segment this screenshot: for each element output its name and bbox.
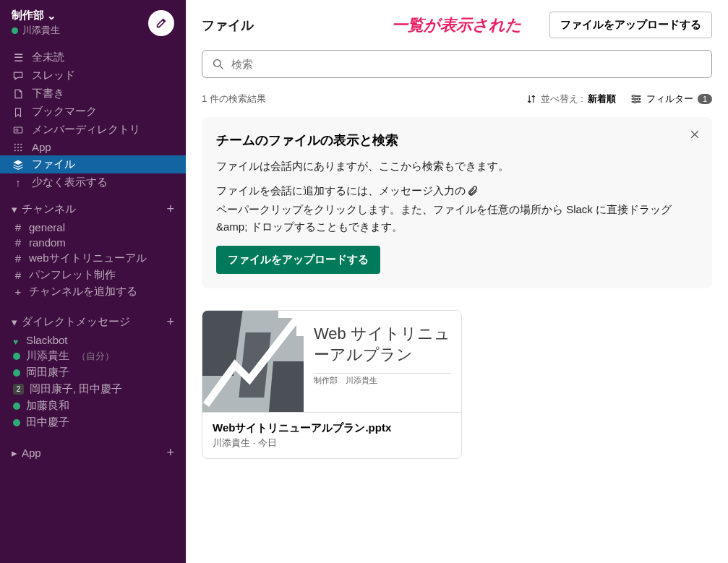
status-dot-icon: [13, 403, 20, 410]
dm-section-header[interactable]: ▾ ダイレクトメッセージ +: [0, 307, 186, 332]
add-dm-icon[interactable]: +: [166, 314, 174, 330]
status-dot-icon: [12, 27, 18, 34]
dm-item[interactable]: 田中慶子: [0, 414, 186, 431]
file-preview: Web サイトリニューアルプラン 制作部 川添貴生: [202, 311, 461, 412]
main-content: ファイル 一覧が表示された ファイルをアップロードする 1 件の検索結果 並べ替…: [186, 0, 728, 563]
svg-point-5: [14, 146, 16, 147]
svg-line-12: [220, 66, 223, 69]
channel-item[interactable]: #random: [0, 235, 186, 250]
file-name: Webサイトリニューアルプラン.pptx: [213, 421, 451, 435]
nav-item-4[interactable]: メンバーディレクトリ: [0, 121, 186, 139]
nav-item-5[interactable]: App: [0, 139, 186, 155]
search-input[interactable]: [231, 58, 701, 70]
nav-label: 下書き: [32, 87, 64, 100]
svg-point-15: [634, 100, 636, 103]
annotation-overlay: 一覧が表示された: [392, 14, 522, 36]
workspace-switcher[interactable]: 制作部 ⌄: [12, 9, 60, 22]
nav-label: App: [32, 141, 51, 153]
sort-value: 新着順: [588, 93, 616, 106]
app-section-header[interactable]: ▸ App +: [0, 438, 186, 463]
nav-icon: [12, 159, 25, 171]
nav-item-1[interactable]: スレッド: [0, 66, 186, 85]
dm-name: 川添貴生: [26, 349, 69, 363]
dm-item[interactable]: 岡田康子: [0, 364, 186, 381]
filter-label: フィルター: [646, 93, 693, 106]
dm-name: 田中慶子: [26, 416, 69, 429]
nav-item-0[interactable]: ☰全未読: [0, 48, 186, 66]
workspace-name: 制作部: [12, 9, 44, 22]
compose-button[interactable]: [148, 10, 174, 36]
svg-point-13: [633, 95, 635, 97]
svg-point-9: [17, 150, 19, 151]
channels-header-label: チャンネル: [22, 202, 76, 216]
results-row: 1 件の検索結果 並べ替え : 新着順 フィルター 1: [202, 93, 712, 106]
svg-point-11: [214, 59, 221, 66]
svg-point-7: [20, 146, 22, 147]
nav-label: ブックマーク: [32, 105, 97, 119]
hash-icon: #: [13, 252, 23, 265]
dm-item[interactable]: 2岡田康子, 田中慶子: [0, 381, 186, 397]
svg-point-14: [637, 98, 639, 100]
channel-name: パンフレット制作: [29, 268, 116, 282]
nav-icon: [12, 70, 25, 82]
channel-item[interactable]: #パンフレット制作: [0, 267, 186, 283]
dm-header-label: ダイレクトメッセージ: [22, 315, 130, 329]
file-thumbnail: [202, 311, 304, 412]
nav-icon: [12, 106, 25, 118]
nav-item-3[interactable]: ブックマーク: [0, 103, 186, 121]
you-label: （自分）: [77, 350, 114, 363]
add-app-icon[interactable]: +: [166, 445, 174, 460]
channel-list: #general#random#webサイトリニューアル#パンフレット制作: [0, 220, 186, 283]
close-button[interactable]: [689, 129, 701, 143]
upload-button[interactable]: ファイルをアップロードする: [549, 12, 712, 38]
channel-name: webサイトリニューアル: [29, 252, 147, 265]
hash-icon: #: [13, 236, 23, 249]
info-text-1: ファイルは会話内にありますが、ここから検索もできます。: [216, 158, 698, 175]
channel-item[interactable]: #general: [0, 220, 186, 235]
hash-icon: #: [13, 221, 23, 233]
svg-point-2: [14, 143, 16, 145]
paperclip-icon: [467, 185, 479, 197]
dm-name: 加藤良和: [26, 399, 69, 413]
svg-point-3: [17, 143, 19, 145]
nav-item-6[interactable]: ファイル: [0, 155, 186, 173]
file-card[interactable]: Web サイトリニューアルプラン 制作部 川添貴生 Webサイトリニューアルプラ…: [202, 310, 462, 459]
nav-item-7[interactable]: ↑少なく表示する: [0, 173, 186, 192]
add-channel-item[interactable]: + チャンネルを追加する: [0, 283, 186, 300]
filter-control[interactable]: フィルター 1: [630, 93, 712, 106]
nav-icon: [12, 124, 25, 136]
dm-item[interactable]: 加藤良和: [0, 397, 186, 414]
primary-nav: ☰全未読スレッド下書きブックマークメンバーディレクトリAppファイル↑少なく表示…: [0, 46, 186, 194]
nav-label: ファイル: [32, 158, 75, 171]
file-doc-subtitle: 制作部 川添貴生: [314, 373, 451, 386]
add-channel-icon[interactable]: +: [166, 202, 174, 217]
svg-point-6: [17, 146, 19, 147]
chevron-down-icon: ⌄: [47, 9, 56, 22]
compose-icon: [155, 17, 168, 30]
nav-label: 全未読: [32, 51, 64, 64]
dm-name: 岡田康子: [26, 366, 69, 379]
file-info: 川添貴生 · 今日: [213, 437, 451, 450]
results-count: 1 件の検索結果: [202, 93, 266, 106]
channel-item[interactable]: #webサイトリニューアル: [0, 250, 186, 267]
sort-control[interactable]: 並べ替え : 新着順: [526, 93, 616, 106]
channel-name: random: [29, 236, 66, 249]
nav-label: スレッド: [32, 69, 75, 82]
nav-item-2[interactable]: 下書き: [0, 85, 186, 103]
search-box[interactable]: [202, 50, 712, 78]
nav-label: 少なく表示する: [32, 176, 108, 189]
nav-icon: [12, 142, 25, 152]
channels-section-header[interactable]: ▾ チャンネル +: [0, 194, 186, 220]
dm-item[interactable]: ♥Slackbot: [0, 332, 186, 348]
info-text-2: ファイルを会話に追加するには、メッセージ入力の ペーパークリップをクリックします…: [216, 182, 698, 236]
svg-point-4: [20, 143, 22, 145]
user-status: 川添貴生: [12, 24, 60, 37]
page-title: ファイル: [202, 17, 254, 34]
file-doc-title: Web サイトリニューアルプラン: [314, 324, 451, 365]
dm-name: Slackbot: [26, 334, 68, 346]
sidebar: 制作部 ⌄ 川添貴生 ☰全未読スレッド下書きブックマークメンバーディレクトリAp…: [0, 0, 186, 563]
dm-list: ♥Slackbot川添貴生（自分）岡田康子2岡田康子, 田中慶子加藤良和田中慶子: [0, 332, 186, 431]
dm-item[interactable]: 川添貴生（自分）: [0, 348, 186, 364]
info-upload-button[interactable]: ファイルをアップロードする: [216, 246, 380, 274]
heart-icon: ♥: [13, 337, 20, 344]
